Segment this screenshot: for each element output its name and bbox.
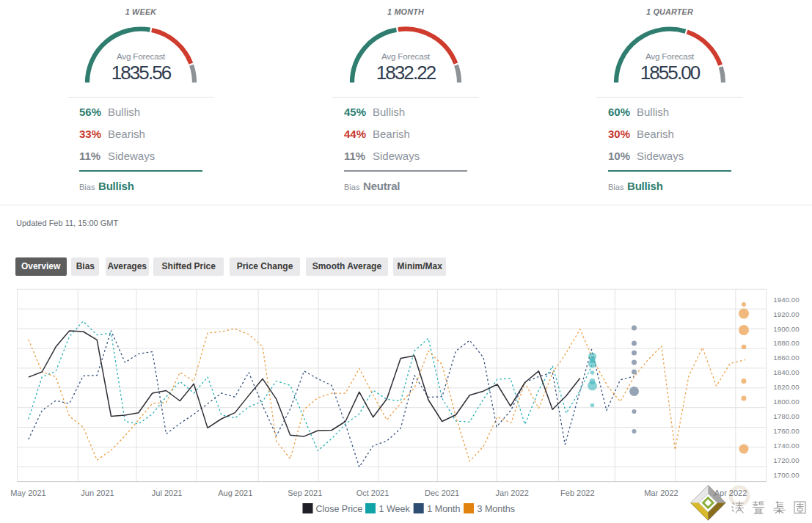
svg-text:Aug 2021: Aug 2021 [218, 489, 252, 497]
svg-text:Mar 2022: Mar 2022 [644, 489, 678, 497]
svg-text:1920.00: 1920.00 [773, 310, 800, 318]
svg-text:1740.00: 1740.00 [773, 442, 800, 450]
svg-text:Sep 2021: Sep 2021 [288, 489, 322, 497]
svg-text:Oct 2021: Oct 2021 [356, 489, 389, 497]
svg-text:1800.00: 1800.00 [773, 398, 800, 406]
svg-text:1820.00: 1820.00 [773, 383, 800, 391]
svg-text:May 2021: May 2021 [10, 489, 45, 497]
svg-text:1880.00: 1880.00 [773, 339, 800, 347]
svg-text:1720.00: 1720.00 [773, 456, 800, 464]
svg-text:Apr 2022: Apr 2022 [714, 489, 747, 497]
svg-text:1 Week: 1 Week [379, 504, 411, 514]
svg-text:Feb 2022: Feb 2022 [560, 489, 594, 497]
svg-text:1700.00: 1700.00 [773, 471, 800, 479]
svg-text:1760.00: 1760.00 [773, 427, 800, 435]
svg-text:1900.00: 1900.00 [773, 325, 800, 333]
svg-text:1 Month: 1 Month [427, 504, 460, 514]
svg-text:Jan 2022: Jan 2022 [496, 489, 529, 497]
svg-text:1860.00: 1860.00 [773, 354, 800, 362]
svg-text:Close Price: Close Price [315, 504, 362, 514]
svg-text:Jun 2021: Jun 2021 [81, 489, 114, 497]
svg-text:Jul 2021: Jul 2021 [152, 489, 183, 497]
svg-text:1840.00: 1840.00 [773, 368, 800, 376]
svg-text:1940.00: 1940.00 [773, 296, 800, 304]
svg-text:3 Months: 3 Months [478, 504, 515, 514]
svg-text:1780.00: 1780.00 [773, 412, 800, 420]
svg-text:Dec 2021: Dec 2021 [425, 489, 459, 497]
